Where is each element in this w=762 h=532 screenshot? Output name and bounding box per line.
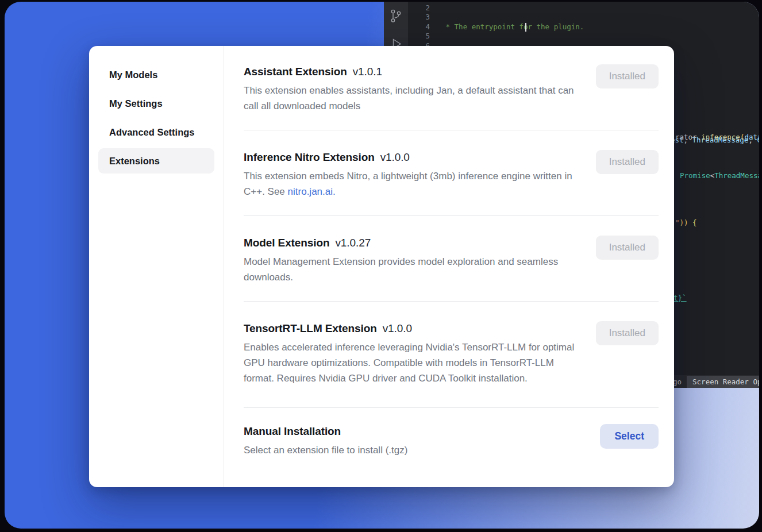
extension-name: Assistant Extension xyxy=(244,65,347,78)
extension-version: v1.0.1 xyxy=(353,65,382,78)
extension-description: This extension embeds Nitro, a lightweig… xyxy=(244,168,580,199)
select-button[interactable]: Select xyxy=(600,424,659,449)
source-control-icon[interactable] xyxy=(390,9,402,25)
code-fragment-inference: rator.inference(data)); xyxy=(675,133,759,141)
extension-title: Model Extensionv1.0.27 xyxy=(244,236,580,250)
status-bar-text: go xyxy=(673,377,682,386)
code-fragment-brace: ")) { xyxy=(675,218,697,227)
screen-reader-optimized-badge[interactable]: Screen Reader Optimized xyxy=(687,376,759,388)
extension-name: Model Extension xyxy=(244,237,329,249)
extension-version: v1.0.0 xyxy=(380,151,410,163)
extension-description: Enables accelerated inference leveraging… xyxy=(244,340,580,386)
editor-line-numbers: 2 3 4 5 6 xyxy=(408,3,437,51)
extension-row-model: Model Extensionv1.0.27 Model Management … xyxy=(244,216,659,302)
desktop-backdrop: 2 3 4 5 6 * The entrypoint for the plugi… xyxy=(5,2,759,529)
code-line-2: * The entrypoint for the plugin. xyxy=(441,22,759,32)
code-fragment-template: t}` xyxy=(674,294,687,302)
installed-button[interactable]: Installed xyxy=(596,150,659,174)
extension-row-assistant: Assistant Extensionv1.0.1 This extension… xyxy=(244,46,659,130)
extension-title: Assistant Extensionv1.0.1 xyxy=(244,64,580,79)
extension-name: TensortRT-LLM Extension xyxy=(244,322,377,334)
extensions-panel: Assistant Extensionv1.0.1 This extension… xyxy=(224,46,674,487)
manual-installation-title: Manual Installation xyxy=(244,424,580,439)
extension-row-tensorrt-llm: TensortRT-LLM Extensionv1.0.0 Enables ac… xyxy=(244,302,659,408)
nitro-jan-ai-link[interactable]: nitro.jan.ai. xyxy=(288,186,336,197)
manual-installation-row: Manual Installation Select an extension … xyxy=(244,408,659,474)
settings-sidebar: My Models My Settings Advanced Settings … xyxy=(89,46,224,487)
line-number: 4 xyxy=(408,22,430,32)
line-number: 5 xyxy=(408,32,430,41)
extension-title: TensortRT-LLM Extensionv1.0.0 xyxy=(244,321,580,336)
extension-version: v1.0.0 xyxy=(383,322,412,334)
extension-version: v1.0.27 xyxy=(335,237,371,249)
extension-description: This extension enables assistants, inclu… xyxy=(244,83,580,114)
installed-button[interactable]: Installed xyxy=(596,64,659,88)
extension-row-inference-nitro: Inference Nitro Extensionv1.0.0 This ext… xyxy=(244,130,659,216)
text-cursor xyxy=(525,23,526,32)
line-number: 2 xyxy=(408,3,430,13)
sidebar-item-my-models[interactable]: My Models xyxy=(98,62,214,87)
extension-name: Inference Nitro Extension xyxy=(244,151,375,163)
extension-description: Model Management Extension provides mode… xyxy=(244,254,580,285)
line-number: 3 xyxy=(408,13,430,22)
sidebar-item-advanced-settings[interactable]: Advanced Settings xyxy=(98,119,214,145)
sidebar-item-extensions[interactable]: Extensions xyxy=(98,148,214,174)
sidebar-item-my-settings[interactable]: My Settings xyxy=(98,91,214,116)
installed-button[interactable]: Installed xyxy=(596,321,659,345)
settings-modal: My Models My Settings Advanced Settings … xyxy=(89,46,674,487)
extension-title: Inference Nitro Extensionv1.0.0 xyxy=(244,150,580,165)
installed-button[interactable]: Installed xyxy=(596,236,659,260)
code-fragment-promise: Promise<ThreadMessage> xyxy=(680,171,759,180)
manual-installation-description: Select an extension file to install (.tg… xyxy=(244,442,580,458)
